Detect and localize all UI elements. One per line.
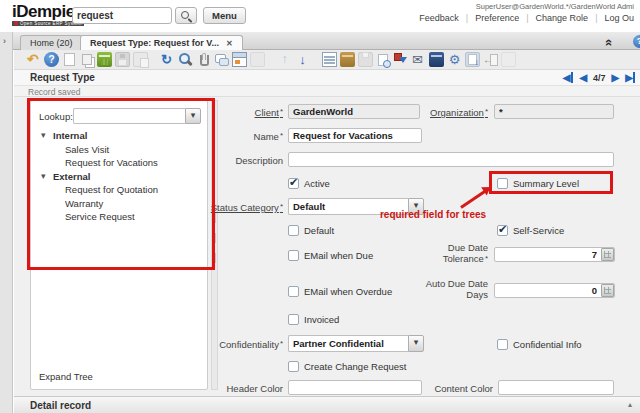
tree-node-warranty[interactable]: Warranty [31, 197, 207, 211]
request-type-tree: Internal Sales Visit Request for Vacatio… [31, 129, 207, 224]
previous-record-icon[interactable] [579, 72, 587, 84]
tree-node-sales-visit[interactable]: Sales Visit [31, 143, 207, 157]
undo-icon[interactable] [26, 52, 41, 67]
confidentiality-dropdown-icon[interactable] [408, 335, 424, 352]
detail-window-icon[interactable] [232, 52, 247, 67]
email-when-due-checkbox[interactable] [288, 250, 299, 261]
parent-record-icon[interactable] [277, 52, 292, 67]
default-checkbox[interactable] [288, 225, 299, 236]
help-icon[interactable] [44, 52, 59, 67]
tree-node-internal[interactable]: Internal [31, 129, 207, 143]
status-category-label-text[interactable]: Status Category [211, 202, 283, 213]
status-category-label: Status Category [188, 202, 283, 213]
zoom-across-icon[interactable] [250, 52, 265, 67]
history-icon[interactable] [340, 52, 355, 67]
detail-record-icon[interactable] [295, 52, 310, 67]
calculator-icon[interactable] [601, 284, 614, 297]
detail-record-bar[interactable]: Detail record [14, 396, 640, 413]
postit-icon[interactable] [501, 52, 516, 67]
self-service-checkbox[interactable] [497, 225, 508, 236]
email-when-overdue-checkbox[interactable] [288, 286, 299, 297]
tree-node-request-for-vacations[interactable]: Request for Vacations [31, 156, 207, 170]
idempiere-window: iDempiere Open Source ERP System Menu Su… [0, 0, 640, 413]
workflow-icon[interactable] [393, 52, 408, 67]
calculator-icon[interactable] [601, 248, 614, 261]
attachment-icon[interactable] [196, 52, 211, 67]
header-color-field[interactable] [288, 380, 422, 395]
create-change-request-checkbox[interactable] [288, 361, 299, 372]
tree-node-service-request[interactable]: Service Request [31, 210, 207, 224]
report-icon[interactable] [378, 54, 388, 66]
menu-button[interactable]: Menu [203, 7, 246, 24]
summary-level-checkbox[interactable] [497, 178, 508, 189]
client-label-text[interactable]: Client [255, 107, 283, 118]
refresh-icon[interactable] [160, 52, 175, 67]
active-checkbox-row: Active [288, 177, 330, 190]
archive-icon[interactable] [429, 52, 444, 67]
collapse-all-icon[interactable] [604, 35, 618, 49]
collapsed-sidebar-strip [0, 32, 13, 413]
file-import-icon[interactable] [483, 52, 498, 67]
confidential-info-checkbox[interactable] [497, 339, 508, 350]
organization-label-text[interactable]: Organization [430, 107, 488, 118]
status-bar: Record saved [14, 86, 640, 97]
invoiced-checkbox-row: Invoiced [288, 313, 339, 326]
logout-link[interactable]: Log Ou [604, 13, 634, 23]
summary-level-checkbox-row: Summary Level [497, 177, 579, 190]
invoiced-checkbox[interactable] [288, 314, 299, 325]
preference-link[interactable]: Preference [475, 13, 528, 23]
name-label: Name [188, 131, 283, 142]
delete-record-icon[interactable] [97, 52, 112, 67]
auto-due-date-days-label: Auto Due Date Days [418, 278, 488, 300]
copy-record-icon[interactable] [82, 54, 92, 65]
export-icon[interactable] [465, 52, 480, 67]
header-links: Feedback Preference Change Role Log Ou [419, 13, 634, 23]
organization-label: Organization [393, 107, 488, 118]
detail-collapse-icon[interactable] [628, 400, 632, 409]
user-info: SuperUser@GardenWorld.*/GardenWorld Admi [476, 2, 634, 11]
save-icon[interactable] [115, 52, 130, 67]
search-icon[interactable] [175, 7, 197, 24]
auto-due-date-days-field[interactable] [494, 283, 615, 298]
name-field[interactable] [288, 128, 422, 143]
first-record-icon[interactable] [563, 72, 574, 84]
feedback-link[interactable]: Feedback [419, 13, 468, 23]
description-field[interactable] [288, 152, 614, 167]
change-role-link[interactable]: Change Role [536, 13, 598, 23]
client-label: Client [188, 107, 283, 118]
request-mail-icon[interactable] [411, 52, 426, 67]
content-color-field[interactable] [498, 380, 614, 395]
lookup-input[interactable] [73, 108, 185, 124]
tree-node-external[interactable]: External [31, 170, 207, 184]
find-icon[interactable] [178, 52, 193, 67]
confidentiality-value[interactable]: Partner Confidential [288, 335, 408, 352]
create-change-request-checkbox-row: Create Change Request [288, 360, 406, 373]
grid-toggle-icon[interactable] [322, 52, 337, 67]
help-circle-icon[interactable] [633, 35, 640, 48]
global-search-input[interactable] [72, 7, 172, 24]
last-record-icon[interactable] [625, 72, 637, 84]
expand-tree-link[interactable]: Expand Tree [39, 371, 93, 382]
confidential-info-checkbox-row: Confidential Info [497, 338, 582, 351]
toolbar [14, 50, 640, 70]
save-create-icon[interactable] [133, 52, 148, 67]
invoiced-checkbox-label: Invoiced [304, 314, 339, 325]
chat-icon[interactable] [214, 52, 229, 67]
new-record-icon[interactable] [64, 53, 75, 66]
expand-sidebar-icon[interactable] [3, 36, 6, 46]
lookup-combobox [73, 108, 201, 124]
next-record-icon[interactable] [612, 72, 620, 84]
tree-node-request-for-quotation[interactable]: Request for Quotation [31, 183, 207, 197]
page-title: Request Type [30, 72, 95, 83]
active-checkbox[interactable] [288, 178, 299, 189]
tab-request-type[interactable]: Request Type: Request for V... [80, 35, 243, 50]
close-tab-icon[interactable] [226, 39, 233, 48]
confidentiality-label: Confidentiality [188, 339, 283, 350]
process-icon[interactable] [447, 52, 462, 67]
default-checkbox-row: Default [288, 224, 334, 237]
print-icon[interactable] [358, 52, 373, 67]
content-area: Lookup: Internal Sales Visit Request for… [14, 97, 640, 396]
due-date-tolerance-field[interactable] [494, 247, 615, 262]
tab-home[interactable]: Home (20) [20, 35, 83, 50]
organization-field [494, 104, 614, 119]
